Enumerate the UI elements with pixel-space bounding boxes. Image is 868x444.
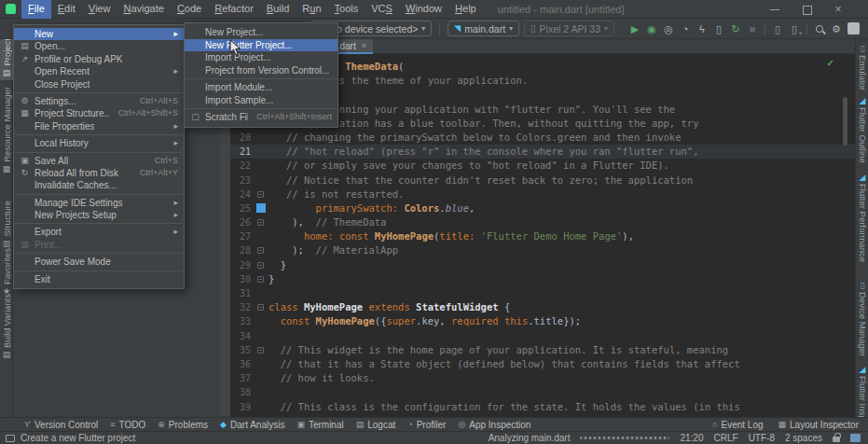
profiler-icon[interactable]: ◔ <box>678 19 693 39</box>
menu-help[interactable]: Help <box>448 0 483 19</box>
file-menu-item-export[interactable]: Export▸ <box>14 226 184 238</box>
menu-vcs[interactable]: VCS <box>365 0 399 19</box>
code-text: // Try running your application with "fl… <box>269 103 855 117</box>
code-line-31: 31 <box>230 286 855 300</box>
notifications-button[interactable] <box>846 19 861 39</box>
lock-icon[interactable] <box>833 437 840 442</box>
gutter-marker-cell <box>255 201 269 215</box>
fold-marker-icon[interactable] <box>257 276 264 283</box>
new-submenu-item-import-sample[interactable]: Import Sample... <box>185 94 338 107</box>
toolwindow-button-dart-analysis[interactable]: ◆Dart Analysis <box>220 420 284 430</box>
target-device-dropdown[interactable]: ▯ Pixel 2 API 33 ▾ <box>524 21 614 36</box>
toolwindow-button-version-control[interactable]: ϒVersion Control <box>24 420 98 430</box>
file-menu-item-open[interactable]: ▤Open... <box>14 40 184 52</box>
gutter-marker-cell <box>255 258 269 272</box>
sidebar-item-resource-manager[interactable]: Resource Manager▦ <box>0 84 13 176</box>
sidebar-item-build-variants[interactable]: Build Variants▤ <box>0 291 13 362</box>
profile-icon[interactable]: ◎ <box>661 19 676 39</box>
sidebar-item-structure[interactable]: Structure▥ <box>0 198 13 251</box>
new-submenu-item-new-project[interactable]: New Project... <box>185 26 338 39</box>
sdk-manager-icon[interactable]: ▯ <box>787 19 802 39</box>
sidebar-item-label: Build Variants <box>2 294 12 348</box>
toolwindow-button-app-inspection[interactable]: ◎App Inspection <box>458 420 530 430</box>
toolwindow-button-logcat[interactable]: ▤Logcat <box>356 420 396 430</box>
sidebar-item-flutter-outline[interactable]: ◢Flutter Outline <box>856 93 868 166</box>
search-everywhere-button[interactable] <box>812 19 827 39</box>
menu-navigate[interactable]: Navigate <box>117 0 170 19</box>
sidebar-item-emulator[interactable]: ▯Emulator <box>856 41 868 93</box>
run-icon[interactable]: ▶ <box>627 19 642 39</box>
caret-position[interactable]: 21:20 <box>680 433 703 443</box>
sidebar-item-device-manager[interactable]: ▯Device Manager <box>856 278 868 359</box>
fold-marker-icon[interactable] <box>257 304 264 311</box>
sidebar-item-label: Flutter Outline <box>858 107 868 163</box>
new-submenu-item-scratch-file[interactable]: ▢Scratch FileCtrl+Alt+Shift+Insert <box>185 111 338 124</box>
menu-edit[interactable]: Edit <box>51 0 82 19</box>
line-separator[interactable]: CRLF <box>714 433 738 443</box>
toolwindow-button-terminal[interactable]: ▣Terminal <box>296 420 343 430</box>
fold-marker-icon[interactable] <box>257 219 264 226</box>
file-menu-item-manage-ide-settings[interactable]: Manage IDE Settings▸ <box>14 197 184 209</box>
hot-restart-icon[interactable]: ↻ <box>728 19 743 39</box>
run-config-dropdown[interactable]: ◢ main.dart ▾ <box>448 21 519 36</box>
file-menu-item-close-project[interactable]: Close Project <box>14 78 184 90</box>
file-menu-item-save-all[interactable]: ▣Save AllCtrl+S <box>14 155 184 167</box>
color-swatch-blue[interactable] <box>256 203 266 213</box>
toolwindow-button-todo[interactable]: ≡TODO <box>110 420 145 430</box>
menu-tools[interactable]: Tools <box>328 0 365 19</box>
toolwindow-button-profiler[interactable]: ◔Profiler <box>407 420 446 430</box>
menu-build[interactable]: Build <box>260 0 296 19</box>
debug-icon[interactable]: ◉ <box>644 19 659 39</box>
file-menu-item-power-save-mode[interactable]: Power Save Mode <box>14 256 184 268</box>
minimize-button[interactable] <box>769 4 780 15</box>
sidebar-item-project[interactable]: Project▤ <box>0 35 13 80</box>
line-number: 29 <box>230 258 255 272</box>
toolwindow-button-layout-inspector[interactable]: ▦Layout Inspector <box>778 420 859 430</box>
toolwindow-button-event-log[interactable]: ○Event Log <box>712 420 763 430</box>
file-menu-item-open-recent[interactable]: Open Recent▸ <box>14 65 184 77</box>
file-menu-item-reload-all-from-disk[interactable]: ↻Reload All from DiskCtrl+Alt+Y <box>14 167 184 179</box>
menu-file[interactable]: File <box>21 0 51 19</box>
menu-run[interactable]: Run <box>296 0 327 19</box>
menu-view[interactable]: View <box>82 0 117 19</box>
new-submenu-item-project-from-version-control[interactable]: Project from Version Control... <box>185 64 338 77</box>
new-submenu-item-new-flutter-project[interactable]: New Flutter Project... <box>185 39 338 52</box>
window-title: untitled - main.dart [untitled] <box>498 4 625 15</box>
device-manager-icon[interactable]: ▯ <box>770 19 785 39</box>
file-menu-item-project-structure[interactable]: ▦Project Structure...Ctrl+Alt+Shift+S <box>14 107 184 119</box>
menu-window[interactable]: Window <box>399 0 448 19</box>
indent-setting[interactable]: 2 spaces <box>785 433 822 443</box>
memory-indicator-icon[interactable] <box>850 434 861 442</box>
stop-icon[interactable]: ■ <box>745 19 760 39</box>
new-submenu-item-import-project[interactable]: Import Project... <box>185 51 338 64</box>
file-menu-item-exit[interactable]: Exit <box>14 273 184 285</box>
file-menu-item-profile-or-debug-apk[interactable]: ↗Profile or Debug APK <box>14 53 184 65</box>
file-encoding[interactable]: UTF-8 <box>749 433 775 443</box>
menu-code[interactable]: Code <box>171 0 208 19</box>
close-button[interactable]: × <box>833 4 844 15</box>
logcat-icon: ▤ <box>356 420 365 429</box>
new-submenu-item-import-module[interactable]: Import Module... <box>185 81 338 94</box>
fold-marker-icon[interactable] <box>257 262 264 269</box>
save-icon: ▣ <box>18 155 32 167</box>
menu-refactor[interactable]: Refactor <box>208 0 260 19</box>
file-menu-item-file-properties[interactable]: File Properties▸ <box>14 120 184 132</box>
fold-marker-icon[interactable] <box>257 191 264 198</box>
settings-icon[interactable]: ⚙ <box>829 19 844 39</box>
file-menu-item-settings[interactable]: ⚙Settings...Ctrl+Alt+S <box>14 95 184 107</box>
device-manager-icon: ▯ <box>861 281 865 290</box>
file-menu-item-print[interactable]: ▤Print... <box>14 239 184 251</box>
tab-close-icon[interactable]: × <box>362 41 366 50</box>
editor-scrollbar[interactable] <box>843 97 847 146</box>
fold-marker-icon[interactable] <box>257 347 264 354</box>
attach-debugger-icon[interactable]: ▯ <box>711 19 726 39</box>
file-menu-item-new[interactable]: New▸ <box>14 28 184 40</box>
apply-changes-icon[interactable]: ϟ <box>695 19 710 39</box>
maximize-button[interactable] <box>801 4 812 15</box>
file-menu-item-new-projects-setup[interactable]: New Projects Setup▸ <box>14 209 184 221</box>
fold-marker-icon[interactable] <box>257 247 264 254</box>
sidebar-item-flutter-performance[interactable]: ◢Flutter Performance <box>856 170 868 265</box>
file-menu-item-local-history[interactable]: Local History▸ <box>14 137 184 149</box>
file-menu-item-invalidate-caches[interactable]: Invalidate Caches... <box>14 179 184 191</box>
toolwindow-button-problems[interactable]: ⊕Problems <box>158 420 208 430</box>
